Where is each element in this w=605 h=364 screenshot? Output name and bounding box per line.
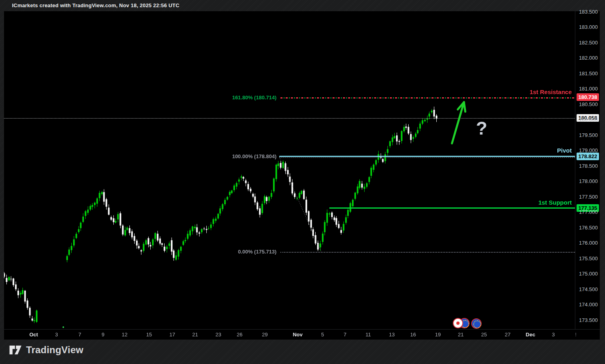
time-tick-label: 26 xyxy=(237,332,242,338)
time-tick-label: 29 xyxy=(262,332,268,338)
price-axis[interactable]: 180.738 180.058 178.822 177.135 183.5001… xyxy=(575,11,600,329)
support-line[interactable] xyxy=(329,207,575,209)
price-tick-label: 174.500 xyxy=(579,286,598,292)
price-tick-label: 176.000 xyxy=(579,240,598,246)
time-tick-label: Oct xyxy=(29,332,38,338)
fib-100-label: 100.00% (178.804) xyxy=(232,153,276,159)
time-tick-label: Dec xyxy=(526,332,535,338)
price-tick-label: 175.000 xyxy=(579,271,598,277)
time-tick-label: 23 xyxy=(216,332,221,338)
time-tick-label: 7 xyxy=(78,332,81,338)
price-tick-label: 179.500 xyxy=(579,132,598,138)
price-tick-label: 178.500 xyxy=(579,163,598,169)
current-price-line xyxy=(4,118,575,119)
price-tick-label: 179.000 xyxy=(579,147,598,153)
price-tick-label: 180.000 xyxy=(579,117,598,123)
price-pane[interactable]: 1st Resistance Pivot 1st Support 161.80%… xyxy=(4,11,575,329)
fib-0-line[interactable] xyxy=(280,252,575,253)
event-dot xyxy=(63,326,64,328)
snapshot-header: ICmarkets created with TradingView.com, … xyxy=(0,0,605,11)
fib-100-line[interactable] xyxy=(279,157,575,158)
price-tick-label: 174.000 xyxy=(579,302,598,308)
resistance-price-badge: 180.738 xyxy=(577,93,599,101)
time-tick-label: 3 xyxy=(55,332,58,338)
time-tick-label: ! xyxy=(575,332,577,338)
tradingview-snapshot: ICmarkets created with TradingView.com, … xyxy=(0,0,605,364)
price-tick-label: 178.000 xyxy=(579,178,598,184)
time-tick-label: 21 xyxy=(192,332,198,338)
time-tick-label: 7 xyxy=(343,332,346,338)
pivot-label: Pivot xyxy=(557,147,572,154)
up-arrow-drawing[interactable] xyxy=(445,97,473,149)
price-tick-label: 177.000 xyxy=(579,209,598,215)
time-tick-label: 15 xyxy=(146,332,152,338)
price-tick-label: 183.500 xyxy=(579,9,598,15)
tradingview-watermark[interactable]: TradingView xyxy=(9,344,83,356)
fib-161-label: 161.80% (180.714) xyxy=(232,95,276,101)
time-tick-label: 5 xyxy=(321,332,324,338)
tradingview-logo-icon xyxy=(9,344,22,356)
fib-0-label: 0.00% (175.713) xyxy=(238,249,276,255)
tradingview-brand-text: TradingView xyxy=(26,344,83,356)
price-tick-label: 181.000 xyxy=(579,86,598,92)
pivot-price-badge: 178.822 xyxy=(577,153,599,160)
japan-flag-icon[interactable] xyxy=(453,318,463,328)
time-tick-label: Nov xyxy=(293,332,303,338)
price-tick-label: 182.500 xyxy=(579,40,598,46)
resistance-label: 1st Resistance xyxy=(530,88,572,95)
time-tick-label: 16 xyxy=(410,332,416,338)
time-tick-label: 11 xyxy=(365,332,371,338)
question-mark-annotation[interactable]: ? xyxy=(476,117,487,139)
price-tick-label: 175.500 xyxy=(579,255,598,261)
time-axis[interactable]: Oct37912151721232629Nov5711131619212527D… xyxy=(4,329,600,340)
price-tick-label: 177.500 xyxy=(579,194,598,200)
chart-panel: 1st Resistance Pivot 1st Support 161.80%… xyxy=(4,11,600,340)
time-tick-label: 9 xyxy=(101,332,104,338)
snapshot-title: ICmarkets created with TradingView.com, … xyxy=(12,0,179,11)
time-tick-label: 17 xyxy=(169,332,175,338)
price-tick-label: 181.500 xyxy=(579,70,598,76)
time-tick-label: 12 xyxy=(122,332,127,338)
price-tick-label: 183.000 xyxy=(579,24,598,30)
resistance-line[interactable] xyxy=(280,97,575,99)
candlestick-canvas[interactable] xyxy=(4,11,575,329)
time-tick-label: 19 xyxy=(435,332,441,338)
price-tick-label: 176.500 xyxy=(579,225,598,231)
pivot-line[interactable] xyxy=(279,156,575,157)
price-tick-label: 173.500 xyxy=(579,317,598,323)
eu-flag-icon-2[interactable] xyxy=(471,318,482,329)
time-tick-label: 3 xyxy=(552,332,555,338)
time-tick-label: 25 xyxy=(481,332,487,338)
time-tick-label: 21 xyxy=(458,332,464,338)
price-tick-label: 182.000 xyxy=(579,55,598,61)
price-tick-label: 180.500 xyxy=(579,101,598,107)
support-label: 1st Support xyxy=(538,199,572,206)
time-tick-label: 27 xyxy=(505,332,510,338)
time-tick-label: 13 xyxy=(389,332,395,338)
